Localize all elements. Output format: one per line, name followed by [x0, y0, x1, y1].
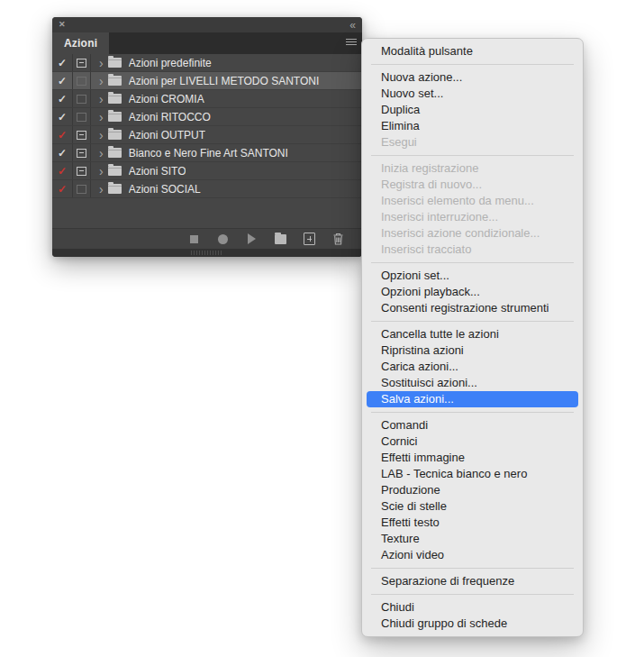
- action-set-row[interactable]: Azioni SOCIAL: [52, 180, 362, 198]
- toggle-dialog-cell[interactable]: [73, 162, 91, 179]
- toggle-dialog-cell[interactable]: [73, 54, 91, 71]
- dialog-off-icon: [77, 77, 86, 86]
- panel-resize-bar[interactable]: [52, 249, 362, 257]
- menu-item[interactable]: Produzione: [362, 482, 583, 498]
- checkmark-icon: [58, 112, 67, 123]
- action-set-row[interactable]: Bianco e Nero Fine Art SANTONI: [52, 144, 362, 162]
- folder-icon: [108, 184, 122, 194]
- expand-chevron-icon[interactable]: [99, 163, 104, 179]
- action-set-row[interactable]: Azioni per LIVELLI METODO SANTONI: [52, 72, 362, 90]
- expand-chevron-icon[interactable]: [99, 73, 104, 89]
- dialog-off-icon: [77, 113, 86, 122]
- menu-item: Inizia registrazione: [362, 160, 583, 177]
- toggle-enable-cell[interactable]: [52, 144, 73, 161]
- menu-item[interactable]: Consenti registrazione strumenti: [362, 300, 583, 316]
- toggle-enable-cell[interactable]: [52, 162, 73, 179]
- toggle-enable-cell[interactable]: [52, 72, 73, 89]
- toggle-dialog-cell[interactable]: [73, 180, 91, 197]
- menu-separator: [371, 262, 574, 263]
- menu-item[interactable]: Sostituisci azioni...: [362, 375, 583, 391]
- menu-item[interactable]: Separazione di frequenze: [362, 573, 583, 589]
- menu-item[interactable]: LAB - Tecnica bianco e nero: [362, 466, 583, 482]
- toggle-enable-cell[interactable]: [52, 108, 73, 125]
- toggle-enable-cell[interactable]: [52, 90, 73, 107]
- toggle-enable-cell[interactable]: [52, 180, 73, 197]
- menu-item: Inserisci elemento da menu...: [362, 193, 583, 209]
- checkmark-icon: [58, 94, 67, 105]
- collapse-double-chevron-icon[interactable]: [349, 20, 356, 31]
- resize-grip-icon[interactable]: [191, 251, 223, 255]
- panel-footer-toolbar: [52, 228, 362, 249]
- action-sets-list: Azioni predefiniteAzioni per LIVELLI MET…: [52, 54, 362, 198]
- panel-tab-bar: Azioni: [52, 32, 362, 54]
- menu-item[interactable]: Effetti immagine: [362, 450, 583, 466]
- menu-item[interactable]: Cornici: [362, 433, 583, 450]
- expand-chevron-icon[interactable]: [99, 55, 104, 71]
- tab-azioni[interactable]: Azioni: [52, 32, 109, 54]
- menu-item[interactable]: Chiudi gruppo di schede: [362, 616, 583, 632]
- action-set-label: Azioni SOCIAL: [129, 183, 201, 196]
- menu-item[interactable]: Effetti testo: [362, 515, 583, 531]
- toggle-dialog-cell[interactable]: [73, 72, 91, 89]
- new-action-icon[interactable]: [304, 233, 315, 245]
- menu-item[interactable]: Texture: [362, 531, 583, 547]
- new-set-folder-icon[interactable]: [275, 233, 286, 245]
- menu-item[interactable]: Duplica: [362, 102, 583, 118]
- close-icon[interactable]: [59, 21, 66, 29]
- menu-item[interactable]: Chiudi: [362, 599, 583, 616]
- action-set-row[interactable]: Azioni SITO: [52, 162, 362, 180]
- menu-separator: [371, 412, 574, 413]
- flyout-menu-icon[interactable]: [346, 39, 357, 47]
- actions-flyout-menu: Modalità pulsanteNuova azione...Nuovo se…: [361, 38, 584, 637]
- action-set-row[interactable]: Azioni CROMIA: [52, 90, 362, 108]
- action-set-label: Bianco e Nero Fine Art SANTONI: [129, 147, 288, 160]
- menu-item: Registra di nuovo...: [362, 177, 583, 193]
- menu-item: Inserisci interruzione...: [362, 209, 583, 225]
- toggle-dialog-cell[interactable]: [73, 126, 91, 143]
- dialog-off-icon: [77, 95, 86, 104]
- menu-item: Inserisci azione condizionale...: [362, 225, 583, 242]
- menu-item[interactable]: Salva azioni...: [367, 391, 578, 407]
- menu-item[interactable]: Opzioni playback...: [362, 284, 583, 300]
- actions-panel: Azioni Azioni predefiniteAzioni per LIVE…: [52, 17, 362, 257]
- folder-icon: [108, 148, 122, 158]
- record-icon[interactable]: [217, 233, 229, 245]
- menu-separator: [371, 568, 574, 569]
- menu-item[interactable]: Ripristina azioni: [362, 342, 583, 359]
- dialog-on-icon: [77, 59, 86, 68]
- menu-item[interactable]: Elimina: [362, 118, 583, 134]
- menu-item[interactable]: Carica azioni...: [362, 359, 583, 375]
- toggle-enable-cell[interactable]: [52, 54, 73, 71]
- expand-chevron-icon[interactable]: [99, 91, 104, 107]
- menu-item[interactable]: Cancella tutte le azioni: [362, 326, 583, 342]
- checkmark-icon: [58, 148, 67, 159]
- play-icon[interactable]: [246, 233, 258, 245]
- checkmark-icon: [58, 130, 67, 141]
- action-set-row[interactable]: Azioni RITOCCO: [52, 108, 362, 126]
- action-set-row[interactable]: Azioni OUTPUT: [52, 126, 362, 144]
- toggle-dialog-cell[interactable]: [73, 144, 91, 161]
- expand-chevron-icon[interactable]: [99, 109, 104, 125]
- menu-separator: [371, 594, 574, 595]
- expand-chevron-icon[interactable]: [99, 181, 104, 197]
- action-set-label: Azioni CROMIA: [129, 93, 204, 105]
- checkmark-icon: [58, 76, 67, 87]
- expand-chevron-icon[interactable]: [99, 145, 104, 161]
- menu-item[interactable]: Nuovo set...: [362, 86, 583, 102]
- expand-chevron-icon[interactable]: [99, 127, 104, 143]
- delete-trash-icon[interactable]: [332, 233, 344, 245]
- action-set-row[interactable]: Azioni predefinite: [52, 54, 362, 72]
- menu-item[interactable]: Modalità pulsante: [362, 43, 583, 59]
- dialog-off-icon: [77, 185, 86, 194]
- toggle-dialog-cell[interactable]: [73, 108, 91, 125]
- menu-separator: [371, 321, 574, 322]
- menu-item[interactable]: Opzioni set...: [362, 268, 583, 284]
- toggle-dialog-cell[interactable]: [73, 90, 91, 107]
- menu-item[interactable]: Nuova azione...: [362, 69, 583, 86]
- toggle-enable-cell[interactable]: [52, 126, 73, 143]
- stop-icon[interactable]: [188, 233, 200, 245]
- menu-item: Esegui: [362, 134, 583, 151]
- menu-item[interactable]: Scie di stelle: [362, 498, 583, 515]
- menu-item[interactable]: Azioni video: [362, 547, 583, 563]
- menu-item[interactable]: Comandi: [362, 417, 583, 433]
